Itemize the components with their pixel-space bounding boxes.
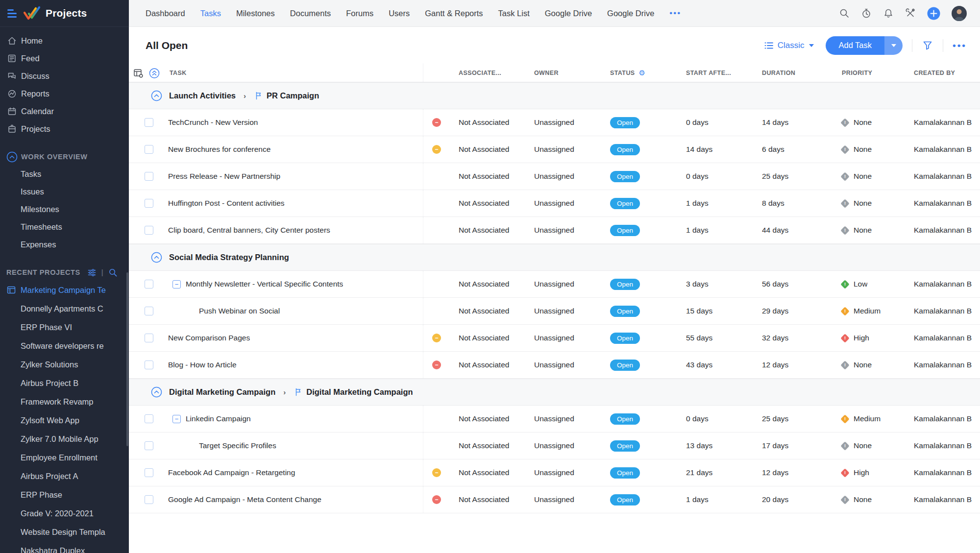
- group-milestone-label[interactable]: PR Campaign: [267, 91, 319, 100]
- priority-cell[interactable]: !None: [842, 172, 914, 181]
- search-icon[interactable]: [839, 8, 850, 19]
- hamburger-menu-icon[interactable]: [7, 9, 17, 18]
- associate-cell[interactable]: Not Associated: [423, 298, 534, 324]
- owner-value[interactable]: Unassigned: [534, 441, 610, 450]
- task-checkbox[interactable]: [145, 307, 153, 315]
- priority-cell[interactable]: !None: [842, 361, 914, 369]
- priority-cell[interactable]: !None: [842, 118, 914, 127]
- tab-milestones[interactable]: Milestones: [236, 9, 275, 18]
- associate-cell[interactable]: −Not Associated: [423, 136, 534, 163]
- sidebar-item-home[interactable]: Home: [0, 32, 129, 49]
- associate-cell[interactable]: −Not Associated: [423, 352, 534, 378]
- status-badge[interactable]: Open: [610, 198, 640, 209]
- recent-project-item[interactable]: Employee Enrollment: [0, 448, 129, 467]
- add-task-dropdown[interactable]: [884, 36, 903, 55]
- sidebar-item-tasks[interactable]: Tasks: [0, 165, 129, 183]
- task-name[interactable]: Facebook Ad Campaign - Retargeting: [168, 468, 295, 477]
- group-title[interactable]: Digital Marketing Campaign: [169, 387, 275, 397]
- add-task-button[interactable]: Add Task: [826, 36, 903, 55]
- priority-cell[interactable]: !Low: [842, 280, 914, 289]
- recent-project-item[interactable]: Zylker 7.0 Mobile App: [0, 430, 129, 448]
- priority-cell[interactable]: !None: [842, 199, 914, 208]
- owner-value[interactable]: Unassigned: [534, 468, 610, 477]
- owner-value[interactable]: Unassigned: [534, 307, 610, 315]
- task-name[interactable]: Push Webinar on Social: [199, 307, 280, 315]
- notifications-icon[interactable]: [883, 8, 894, 19]
- status-badge[interactable]: Open: [610, 467, 640, 479]
- recent-project-item[interactable]: Website Design Templa: [0, 523, 129, 541]
- tab-dashboard[interactable]: Dashboard: [146, 9, 185, 18]
- task-name[interactable]: Target Specific Profiles: [199, 441, 276, 450]
- task-name[interactable]: New Brochures for conference: [168, 145, 270, 154]
- collapse-section-icon[interactable]: [6, 151, 18, 163]
- column-header-priority[interactable]: PRIORITY: [842, 70, 914, 76]
- column-header-duration[interactable]: DURATION: [762, 70, 842, 76]
- associate-cell[interactable]: Not Associated: [423, 190, 534, 216]
- task-name[interactable]: Linkedin Campaign: [186, 414, 251, 423]
- task-name[interactable]: Clip board, Central banners, City Center…: [168, 226, 330, 235]
- task-checkbox[interactable]: [145, 495, 153, 504]
- task-checkbox[interactable]: [145, 468, 153, 477]
- more-actions-icon[interactable]: •••: [953, 40, 967, 51]
- user-avatar[interactable]: [952, 6, 967, 21]
- recent-project-item[interactable]: Airbus Project A: [0, 467, 129, 485]
- table-settings-icon[interactable]: [133, 68, 144, 78]
- group-title[interactable]: Social Media Strategy Planning: [169, 253, 289, 262]
- sidebar-item-calendar[interactable]: Calendar: [0, 102, 129, 120]
- sidebar-scrollbar[interactable]: [126, 272, 128, 446]
- tab-task-list[interactable]: Task List: [498, 9, 530, 18]
- column-header-created-by[interactable]: CREATED BY: [914, 70, 980, 76]
- column-header-owner[interactable]: OWNER: [534, 70, 610, 76]
- recent-project-item[interactable]: Software developers re: [0, 337, 129, 355]
- task-name[interactable]: Blog - How to Article: [168, 361, 237, 369]
- tab-gantt-reports[interactable]: Gantt & Reports: [425, 9, 483, 18]
- status-badge[interactable]: Open: [610, 306, 640, 317]
- task-name[interactable]: TechCrunch - New Version: [168, 118, 258, 127]
- recent-project-item[interactable]: Grade V: 2020-2021: [0, 504, 129, 523]
- task-checkbox[interactable]: [145, 334, 153, 342]
- filter-icon[interactable]: [922, 40, 933, 51]
- more-tabs-icon[interactable]: •••: [669, 8, 681, 18]
- tab-google-drive[interactable]: Google Drive: [545, 9, 592, 18]
- associate-cell[interactable]: −Not Associated: [423, 325, 534, 351]
- owner-value[interactable]: Unassigned: [534, 414, 610, 423]
- owner-value[interactable]: Unassigned: [534, 118, 610, 127]
- status-badge[interactable]: Open: [610, 440, 640, 452]
- status-badge[interactable]: Open: [610, 225, 640, 236]
- priority-cell[interactable]: !None: [842, 145, 914, 154]
- sidebar-item-issues[interactable]: Issues: [0, 183, 129, 200]
- status-badge[interactable]: Open: [610, 333, 640, 344]
- column-header-associate[interactable]: ASSOCIATE...: [423, 64, 534, 82]
- tools-icon[interactable]: [905, 8, 916, 19]
- associate-cell[interactable]: Not Associated: [423, 217, 534, 243]
- priority-cell[interactable]: !None: [842, 495, 914, 504]
- collapse-group-icon[interactable]: [151, 90, 162, 101]
- add-task-label[interactable]: Add Task: [826, 36, 884, 55]
- associate-cell[interactable]: Not Associated: [423, 433, 534, 459]
- status-badge[interactable]: Open: [610, 117, 640, 128]
- column-header-start-after[interactable]: START AFTE...: [686, 70, 762, 76]
- subtask-toggle-icon[interactable]: −: [172, 280, 181, 289]
- owner-value[interactable]: Unassigned: [534, 145, 610, 154]
- owner-value[interactable]: Unassigned: [534, 334, 610, 342]
- status-badge[interactable]: Open: [610, 279, 640, 290]
- task-checkbox[interactable]: [145, 280, 153, 289]
- status-badge[interactable]: Open: [610, 171, 640, 182]
- project-search-icon[interactable]: [108, 268, 118, 277]
- collapse-all-icon[interactable]: [149, 68, 160, 78]
- sidebar-item-expenses[interactable]: Expenses: [0, 236, 129, 253]
- sidebar-item-projects[interactable]: Projects: [0, 120, 129, 138]
- owner-value[interactable]: Unassigned: [534, 495, 610, 504]
- associate-cell[interactable]: Not Associated: [423, 163, 534, 190]
- task-name[interactable]: Press Release - New Partnership: [168, 172, 280, 181]
- recent-project-item[interactable]: Zylker Solutions: [0, 355, 129, 374]
- owner-value[interactable]: Unassigned: [534, 226, 610, 235]
- priority-cell[interactable]: !Medium: [842, 414, 914, 423]
- task-checkbox[interactable]: [145, 226, 153, 235]
- tab-google-drive[interactable]: Google Drive: [607, 9, 654, 18]
- task-name[interactable]: Monthly Newsletter - Vertical Specific C…: [186, 280, 343, 289]
- recent-project-item[interactable]: Framework Revamp: [0, 392, 129, 411]
- status-badge[interactable]: Open: [610, 144, 640, 155]
- recent-project-item[interactable]: Marketing Campaign Te: [0, 281, 129, 299]
- sidebar-item-timesheets[interactable]: Timesheets: [0, 218, 129, 236]
